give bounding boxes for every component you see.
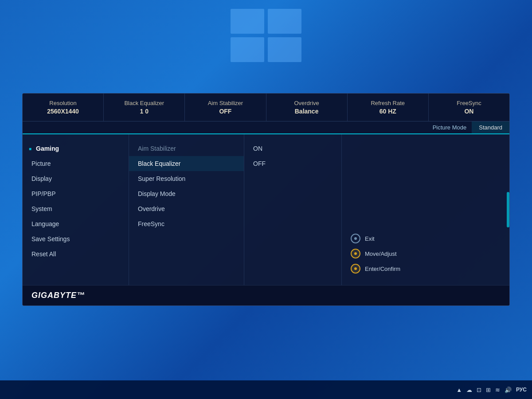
- taskbar-icons: ▲ ☁ ⊡ ⊞ ≋ 🔊 РУС: [456, 387, 527, 393]
- nav-item-reset-all[interactable]: Reset All: [23, 246, 129, 262]
- taskbar-wifi-icon: ≋: [495, 387, 500, 393]
- win-tile-1: [231, 9, 264, 34]
- taskbar-screen-icon: ⊡: [477, 387, 481, 393]
- top-bar-freesync: FreeSync ON: [429, 94, 509, 121]
- resolution-value: 2560X1440: [26, 108, 100, 115]
- top-bar-overdrive: Overdrive Balance: [266, 94, 348, 121]
- option-off[interactable]: OFF: [244, 156, 341, 171]
- nav-item-save-settings[interactable]: Save Settings: [23, 231, 129, 246]
- left-nav: Gaming Picture Display PIP/PBP System La…: [23, 134, 129, 285]
- picture-mode-value: Standard: [472, 121, 509, 133]
- option-on[interactable]: ON: [244, 141, 341, 156]
- win-tile-4: [268, 37, 301, 62]
- win-tile-3: [231, 37, 264, 62]
- taskbar-lang: РУС: [516, 387, 527, 393]
- menu-item-super-resolution[interactable]: Super Resolution: [129, 171, 244, 186]
- refresh-label: Refresh Rate: [351, 100, 425, 106]
- top-bar: Resolution 2560X1440 Black Equalizer 1 0…: [23, 94, 509, 121]
- taskbar-chevron-icon: ▲: [456, 387, 462, 393]
- refresh-value: 60 HZ: [351, 108, 425, 115]
- brand-name: GIGABYTE™: [31, 291, 85, 300]
- control-exit: Exit: [351, 231, 501, 246]
- controls-area: Exit Move/Adjust Enter/Confirm: [342, 134, 509, 285]
- nav-item-pip-pbp[interactable]: PIP/PBP: [23, 186, 129, 201]
- move-adjust-dot: [354, 252, 357, 255]
- right-options: ON OFF: [244, 134, 342, 285]
- black-eq-label: Black Equalizer: [107, 100, 181, 106]
- menu-item-display-mode[interactable]: Display Mode: [129, 186, 244, 201]
- picture-mode-label: Picture Mode: [427, 121, 472, 133]
- taskbar-volume-icon[interactable]: 🔊: [505, 387, 512, 393]
- menu-item-black-equalizer[interactable]: Black Equalizer: [129, 156, 244, 171]
- enter-confirm-icon: [351, 264, 360, 274]
- aim-stab-value: OFF: [188, 108, 262, 115]
- control-move-adjust: Move/Adjust: [351, 246, 501, 261]
- taskbar: ▲ ☁ ⊡ ⊞ ≋ 🔊 РУС: [0, 380, 532, 399]
- overdrive-value: Balance: [270, 108, 344, 115]
- nav-item-system[interactable]: System: [23, 201, 129, 216]
- menu-item-freesync[interactable]: FreeSync: [129, 216, 244, 231]
- freesync-label: FreeSync: [432, 100, 506, 106]
- top-bar-aim-stab: Aim Stabilizer OFF: [185, 94, 266, 121]
- taskbar-cloud-icon: ☁: [466, 387, 472, 393]
- taskbar-network-icon: ⊞: [486, 387, 491, 393]
- top-bar-black-eq: Black Equalizer 1 0: [104, 94, 185, 121]
- nav-item-language[interactable]: Language: [23, 216, 129, 231]
- menu-item-aim-stabilizer[interactable]: Aim Stabilizer: [129, 141, 244, 156]
- move-adjust-label: Move/Adjust: [365, 250, 397, 257]
- enter-confirm-dot: [354, 267, 357, 270]
- exit-dot: [354, 237, 357, 240]
- freesync-value: ON: [432, 108, 506, 115]
- enter-confirm-label: Enter/Confirm: [365, 266, 400, 272]
- top-bar-refresh: Refresh Rate 60 HZ: [348, 94, 429, 121]
- brand-footer: GIGABYTE™: [23, 285, 509, 305]
- resolution-label: Resolution: [26, 100, 100, 106]
- top-bar-resolution: Resolution 2560X1440: [23, 94, 104, 121]
- scrollbar[interactable]: [507, 192, 509, 227]
- overdrive-label: Overdrive: [270, 100, 344, 106]
- nav-item-display[interactable]: Display: [23, 171, 129, 186]
- menu-item-overdrive[interactable]: Overdrive: [129, 201, 244, 216]
- middle-menu: Aim Stabilizer Black Equalizer Super Res…: [129, 134, 244, 285]
- aim-stab-label: Aim Stabilizer: [188, 100, 262, 106]
- move-adjust-icon: [351, 249, 360, 258]
- black-eq-value: 1 0: [107, 108, 181, 115]
- control-enter-confirm: Enter/Confirm: [351, 261, 501, 276]
- picture-mode-bar: Picture Mode Standard: [23, 121, 509, 134]
- nav-item-gaming[interactable]: Gaming: [23, 141, 129, 156]
- windows-logo: [231, 9, 301, 62]
- nav-item-picture[interactable]: Picture: [23, 156, 129, 171]
- exit-icon: [351, 234, 360, 243]
- exit-label: Exit: [365, 235, 375, 242]
- win-tile-2: [268, 9, 301, 34]
- main-content: Gaming Picture Display PIP/PBP System La…: [23, 134, 509, 285]
- osd-menu: Resolution 2560X1440 Black Equalizer 1 0…: [22, 93, 510, 306]
